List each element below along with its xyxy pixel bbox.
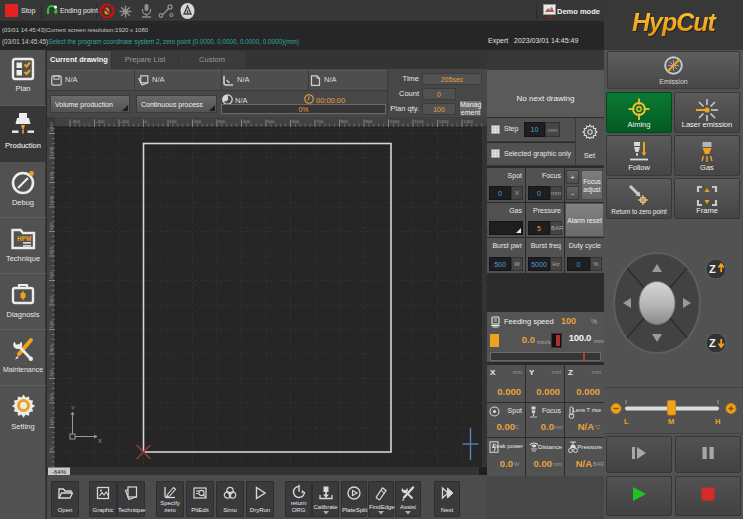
svg-text:100: 100 xyxy=(49,418,54,426)
svg-text:900: 900 xyxy=(365,119,373,124)
svg-text:800: 800 xyxy=(49,247,54,255)
svg-text:Z: Z xyxy=(709,263,716,275)
svg-text:400: 400 xyxy=(49,345,54,353)
svg-text:Z: Z xyxy=(709,337,716,349)
svg-text:M: M xyxy=(668,417,674,426)
svg-text:300: 300 xyxy=(218,119,226,124)
svg-text:Y: Y xyxy=(71,405,75,411)
svg-text:1200: 1200 xyxy=(49,146,54,156)
svg-text:500: 500 xyxy=(267,119,275,124)
svg-text:L: L xyxy=(624,417,629,426)
svg-text:600: 600 xyxy=(49,296,54,304)
svg-text:H: H xyxy=(715,417,720,426)
svg-text:1100: 1100 xyxy=(414,119,424,124)
svg-text:HPM: HPM xyxy=(17,235,31,242)
svg-text:-300: -300 xyxy=(71,119,80,124)
svg-text:-200: -200 xyxy=(96,119,105,124)
svg-text:900: 900 xyxy=(49,222,54,230)
svg-text:500: 500 xyxy=(49,320,54,328)
svg-text:100: 100 xyxy=(169,119,177,124)
svg-text:200: 200 xyxy=(49,394,54,402)
svg-text:1100: 1100 xyxy=(49,171,54,181)
svg-text:-64%: -64% xyxy=(52,469,67,475)
svg-text:400: 400 xyxy=(243,119,251,124)
svg-text:1000: 1000 xyxy=(49,195,54,205)
svg-text:800: 800 xyxy=(341,119,349,124)
svg-text:1300: 1300 xyxy=(463,119,473,124)
svg-text:1300: 1300 xyxy=(49,122,54,132)
svg-text:300: 300 xyxy=(49,369,54,377)
svg-text:600: 600 xyxy=(292,119,300,124)
svg-text:X: X xyxy=(98,438,102,444)
svg-text:700: 700 xyxy=(316,119,324,124)
svg-text:1000: 1000 xyxy=(390,119,400,124)
svg-text:200: 200 xyxy=(194,119,202,124)
svg-text:700: 700 xyxy=(49,271,54,279)
svg-text:1200: 1200 xyxy=(439,119,449,124)
svg-text:-100: -100 xyxy=(120,119,129,124)
